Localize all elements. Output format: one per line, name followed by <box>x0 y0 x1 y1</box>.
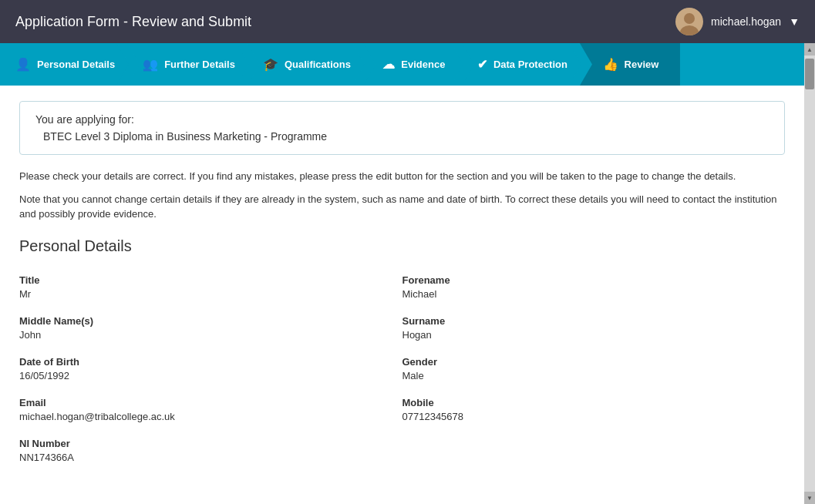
detail-mobile-value: 07712345678 <box>402 411 778 422</box>
instruction-line1: Please check your details are correct. I… <box>19 169 785 184</box>
applying-for-label: You are applying for: <box>35 113 769 126</box>
detail-email: Email michael.hogan@tribalcollege.ac.uk <box>19 389 402 430</box>
detail-email-value: michael.hogan@tribalcollege.ac.uk <box>19 411 395 422</box>
username: michael.hogan <box>711 15 781 28</box>
detail-email-label: Email <box>19 397 395 408</box>
detail-surname-value: Hogan <box>402 329 778 341</box>
detail-surname-label: Surname <box>402 315 778 327</box>
course-name: BTEC Level 3 Diploma in Business Marketi… <box>35 130 769 143</box>
instruction-line2: Note that you cannot change certain deta… <box>19 192 785 222</box>
detail-ni-number-label: NI Number <box>19 438 395 449</box>
tab-data-protection-label: Data Protection <box>493 59 567 70</box>
tab-further-details[interactable]: 👥 Further Details <box>127 43 249 86</box>
detail-middle-name-label: Middle Name(s) <box>19 315 395 327</box>
application-info-box: You are applying for: BTEC Level 3 Diplo… <box>19 101 785 155</box>
user-menu[interactable]: michael.hogan ▼ <box>675 8 800 35</box>
qualifications-icon: 🎓 <box>263 57 278 72</box>
tab-further-details-label: Further Details <box>164 59 235 70</box>
svg-point-1 <box>684 13 695 24</box>
scrollbar[interactable]: ▲ ▼ <box>804 43 815 504</box>
detail-ni-number: NI Number NN174366A <box>19 430 402 471</box>
detail-dob-value: 16/05/1992 <box>19 370 395 381</box>
detail-title-value: Mr <box>19 288 395 300</box>
detail-forename-label: Forename <box>402 274 778 286</box>
detail-title-label: Title <box>19 274 395 286</box>
detail-dob: Date of Birth 16/05/1992 <box>19 348 402 389</box>
avatar <box>675 8 703 35</box>
scroll-thumb[interactable] <box>805 59 814 89</box>
detail-mobile-label: Mobile <box>402 397 778 408</box>
detail-title: Title Mr <box>19 267 402 307</box>
further-details-icon: 👥 <box>143 57 158 72</box>
review-icon: 👍 <box>603 57 618 72</box>
tab-personal-details-label: Personal Details <box>37 59 115 70</box>
personal-details-grid: Title Mr Forename Michael Middle Name(s)… <box>19 267 785 471</box>
header: Application Form - Review and Submit mic… <box>0 0 815 43</box>
detail-gender-label: Gender <box>402 356 778 368</box>
tab-review[interactable]: 👍 Review <box>580 43 680 86</box>
detail-dob-label: Date of Birth <box>19 356 395 368</box>
nav-tabs: 👤 Personal Details 👥 Further Details 🎓 Q… <box>0 43 815 86</box>
tab-evidence-label: Evidence <box>401 59 445 70</box>
personal-details-section-title: Personal Details <box>19 237 785 255</box>
personal-details-icon: 👤 <box>15 57 31 72</box>
tab-qualifications[interactable]: 🎓 Qualifications <box>248 43 365 86</box>
data-protection-icon: ✔ <box>477 57 487 72</box>
tab-personal-details[interactable]: 👤 Personal Details <box>0 43 129 86</box>
detail-middle-name: Middle Name(s) John <box>19 307 402 348</box>
detail-gender: Gender Male <box>402 348 786 389</box>
detail-forename: Forename Michael <box>402 267 786 307</box>
app-title: Application Form - Review and Submit <box>15 14 251 30</box>
tab-data-protection[interactable]: ✔ Data Protection <box>462 43 581 86</box>
page-wrapper: Application Form - Review and Submit mic… <box>0 0 815 504</box>
evidence-icon: ☁ <box>382 57 395 72</box>
tab-qualifications-label: Qualifications <box>285 59 351 70</box>
main-content: You are applying for: BTEC Level 3 Diplo… <box>0 86 804 504</box>
detail-middle-name-value: John <box>19 329 395 341</box>
detail-surname: Surname Hogan <box>402 307 786 348</box>
detail-forename-value: Michael <box>402 288 778 300</box>
scroll-down-button[interactable]: ▼ <box>804 492 815 504</box>
detail-ni-number-value: NN174366A <box>19 452 395 463</box>
tab-evidence[interactable]: ☁ Evidence <box>363 43 463 86</box>
dropdown-arrow-icon: ▼ <box>789 15 800 28</box>
detail-mobile: Mobile 07712345678 <box>402 389 786 430</box>
tab-review-label: Review <box>625 59 659 70</box>
detail-gender-value: Male <box>402 370 778 381</box>
scroll-up-button[interactable]: ▲ <box>804 43 815 55</box>
